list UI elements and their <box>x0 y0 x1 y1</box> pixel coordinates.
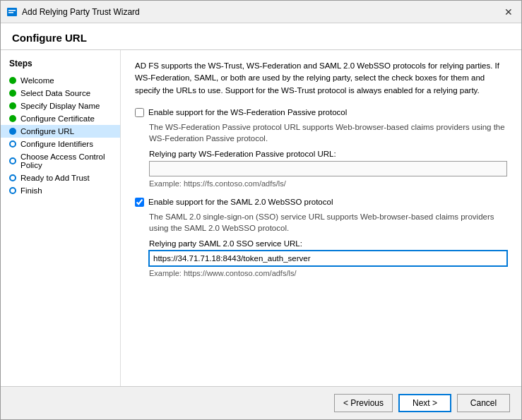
saml-checkbox[interactable] <box>135 198 144 207</box>
titlebar-left: Add Relying Party Trust Wizard <box>6 6 140 18</box>
sidebar-item-finish: Finish <box>1 184 120 197</box>
saml-checkbox-label[interactable]: Enable support for the SAML 2.0 WebSSO p… <box>148 198 333 206</box>
ws-federation-checkbox[interactable] <box>135 108 144 117</box>
sidebar-title: Steps <box>1 59 120 74</box>
sidebar-label-welcome: Welcome <box>20 76 54 85</box>
sidebar-item-welcome: Welcome <box>1 74 120 87</box>
dot-icon-ready <box>9 174 16 181</box>
next-button[interactable]: Next > <box>398 394 451 412</box>
ws-federation-url-input[interactable] <box>149 161 507 176</box>
footer: < Previous Next > Cancel <box>1 386 521 419</box>
sidebar-label-configure-url: Configure URL <box>20 127 74 136</box>
dot-icon-welcome <box>9 77 16 84</box>
sidebar-item-configure-url: Configure URL <box>1 125 120 138</box>
sidebar-label-ready: Ready to Add Trust <box>20 174 90 182</box>
dot-icon-select-data <box>9 90 16 97</box>
page-header: Configure URL <box>1 23 521 50</box>
dot-icon-certificate <box>9 115 16 122</box>
sidebar-item-ready-to-add: Ready to Add Trust <box>1 172 120 184</box>
window-title: Add Relying Party Trust Wizard <box>22 7 140 17</box>
ws-federation-section: Enable support for the WS-Federation Pas… <box>135 108 507 188</box>
saml-checkbox-row: Enable support for the SAML 2.0 WebSSO p… <box>135 198 507 207</box>
saml-url-input[interactable] <box>149 251 507 266</box>
saml-field-label: Relying party SAML 2.0 SSO service URL: <box>149 239 507 248</box>
svg-rect-2 <box>8 12 13 13</box>
dot-icon-finish <box>9 187 16 194</box>
sidebar-item-configure-certificate: Configure Certificate <box>1 112 120 125</box>
wizard-icon <box>6 6 18 18</box>
close-button[interactable]: ✕ <box>502 7 516 17</box>
previous-button[interactable]: < Previous <box>334 394 393 412</box>
sidebar-label-finish: Finish <box>20 186 42 195</box>
sidebar-label-certificate: Configure Certificate <box>20 114 95 123</box>
dot-icon-access-control <box>9 157 16 164</box>
sidebar-label-access-control: Choose Access Control Policy <box>20 152 112 169</box>
sidebar-label-identifiers: Configure Identifiers <box>20 140 93 148</box>
page-title: Configure URL <box>12 32 510 44</box>
ws-federation-description: The WS-Federation Passive protocol URL s… <box>149 121 507 144</box>
sidebar-item-specify-display-name: Specify Display Name <box>1 100 120 112</box>
dot-icon-display-name <box>9 102 16 109</box>
titlebar: Add Relying Party Trust Wizard ✕ <box>1 1 521 23</box>
saml-example: Example: https://www.contoso.com/adfs/ls… <box>149 269 507 277</box>
ws-federation-checkbox-label[interactable]: Enable support for the WS-Federation Pas… <box>148 108 347 116</box>
dot-icon-identifiers <box>9 140 16 148</box>
dot-icon-configure-url <box>9 128 16 135</box>
content-area: Steps Welcome Select Data Source Specify… <box>1 50 521 386</box>
wizard-window: Add Relying Party Trust Wizard ✕ Configu… <box>0 0 522 420</box>
saml-description: The SAML 2.0 single-sign-on (SSO) servic… <box>149 211 507 234</box>
sidebar-item-select-data-source: Select Data Source <box>1 87 120 100</box>
cancel-button[interactable]: Cancel <box>457 394 510 412</box>
sidebar-label-select-data: Select Data Source <box>20 89 90 97</box>
sidebar-label-display-name: Specify Display Name <box>20 102 100 110</box>
main-content: AD FS supports the WS-Trust, WS-Federati… <box>121 50 521 386</box>
ws-federation-checkbox-row: Enable support for the WS-Federation Pas… <box>135 108 507 117</box>
ws-federation-field-label: Relying party WS-Federation Passive prot… <box>149 150 507 158</box>
sidebar-item-configure-identifiers: Configure Identifiers <box>1 138 120 150</box>
svg-rect-1 <box>8 10 16 11</box>
saml-section: Enable support for the SAML 2.0 WebSSO p… <box>135 198 507 277</box>
sidebar: Steps Welcome Select Data Source Specify… <box>1 50 121 386</box>
main-description: AD FS supports the WS-Trust, WS-Federati… <box>135 60 507 97</box>
ws-federation-example: Example: https://fs.contoso.com/adfs/ls/ <box>149 179 507 188</box>
sidebar-item-access-control: Choose Access Control Policy <box>1 150 120 172</box>
